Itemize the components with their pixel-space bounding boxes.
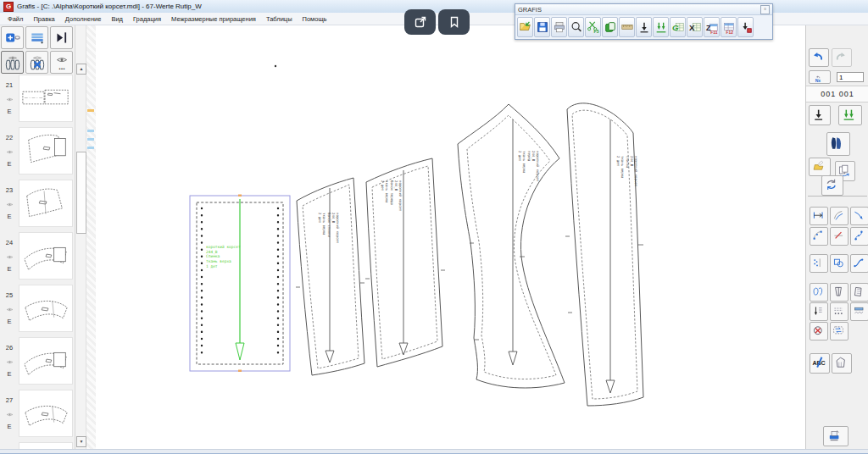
menu-6[interactable]: Межразмерные приращения — [166, 15, 261, 23]
pleat-panel-button[interactable] — [830, 283, 849, 302]
menu-2[interactable]: Правка — [28, 15, 59, 23]
piece-list-item-25[interactable]: 25 Е — [0, 284, 75, 333]
step-down-button[interactable] — [809, 105, 831, 125]
collapse-panel-button[interactable] — [50, 26, 73, 49]
toolbar-restore-icon[interactable]: ▫ — [760, 5, 770, 14]
insert-value-down-button[interactable] — [636, 17, 652, 37]
point-divide-button[interactable] — [810, 254, 828, 273]
open-file-button[interactable] — [517, 17, 533, 37]
counter-input[interactable] — [837, 72, 864, 82]
menu-8[interactable]: Помощь — [298, 15, 332, 23]
nx-counter-button[interactable]: Nx — [809, 70, 831, 84]
redo-button[interactable] — [832, 48, 852, 67]
minimap-marker — [87, 109, 94, 112]
eye-icon[interactable] — [6, 248, 14, 263]
z-f11-table-button[interactable]: ZF11 — [704, 17, 720, 37]
curve-nodes-button[interactable] — [850, 227, 868, 246]
strike-line-button[interactable] — [830, 227, 849, 246]
pattern-piece-front[interactable] — [458, 104, 565, 388]
selected-piece[interactable] — [190, 195, 290, 373]
piece-list-scrollbar[interactable]: ▲ ▼ — [75, 25, 86, 449]
piece-flag: Е — [7, 318, 11, 325]
more-options-button[interactable]: ... — [50, 51, 73, 74]
open-external-button[interactable] — [404, 9, 436, 35]
open-model-button[interactable] — [809, 158, 831, 176]
pattern-piece-side-back[interactable] — [296, 178, 364, 375]
cut-f5-button[interactable]: F5 — [585, 17, 601, 37]
shape-overlay-button[interactable] — [830, 254, 849, 273]
eye-icon[interactable] — [6, 301, 14, 316]
g-table-button[interactable]: G — [670, 17, 686, 37]
piece-thumbnail[interactable] — [19, 232, 73, 280]
zoom-icon — [570, 19, 583, 35]
eye-icon[interactable] — [6, 91, 14, 106]
floating-toolbar-titlebar[interactable]: GRAFIS ▫ — [515, 4, 772, 15]
eye-icon[interactable] — [6, 406, 14, 421]
piece-thumbnail[interactable] — [19, 127, 73, 174]
piece-list-item-22[interactable]: 22 Е — [0, 126, 75, 175]
menu-1[interactable]: Файл — [3, 15, 28, 23]
scrollbar-thumb[interactable] — [76, 152, 86, 234]
menu-5[interactable]: Градация — [128, 15, 166, 23]
s-curve-button[interactable] — [850, 254, 868, 273]
pattern-pieces-view-button[interactable] — [826, 132, 850, 156]
measure-ruler-button[interactable] — [619, 17, 635, 37]
piece-thumbnail[interactable] — [19, 390, 73, 437]
sync-button[interactable] — [821, 175, 843, 196]
pattern-piece-side-front[interactable] — [365, 158, 445, 367]
piece-thumbnail[interactable] — [19, 442, 73, 449]
print-list-button[interactable] — [25, 26, 48, 49]
insert-values-double-button[interactable] — [653, 17, 669, 37]
show-pieces-button[interactable] — [1, 51, 24, 74]
piece-thumbnail[interactable] — [19, 337, 73, 385]
eye-icon[interactable] — [6, 143, 14, 158]
save-button[interactable] — [534, 17, 550, 37]
undo-button[interactable] — [809, 48, 829, 67]
grafis-floating-toolbar[interactable]: GRAFIS ▫ F5GXZF11F12 — [515, 3, 773, 40]
piece-list-item-27[interactable]: 27 Е — [0, 389, 75, 438]
eye-icon[interactable] — [6, 196, 14, 211]
piece-thumbnail[interactable] — [19, 75, 73, 122]
drawing-canvas[interactable]: короткий корсет 244_В Спинка ткань верха… — [96, 25, 805, 449]
x-values-button[interactable]: X — [687, 17, 703, 37]
notch-arrow-button[interactable] — [810, 302, 828, 321]
print-button[interactable] — [551, 17, 567, 37]
zoom-button[interactable] — [568, 17, 584, 37]
step-down-double-button[interactable] — [838, 105, 862, 125]
piece-list-item-26[interactable]: 26 Е — [0, 336, 75, 385]
hide-pieces-button[interactable] — [25, 51, 48, 74]
piece-list-item-21[interactable]: 21 Е — [0, 74, 75, 123]
eye-icon[interactable] — [6, 353, 14, 368]
measure-distance-button[interactable] — [810, 207, 828, 225]
export-down-button[interactable] — [737, 17, 754, 37]
pattern-piece-back[interactable] — [565, 103, 643, 406]
dash-points-button[interactable] — [830, 302, 849, 321]
scroll-up-button[interactable]: ▲ — [76, 64, 86, 75]
panel-lines-button[interactable] — [850, 283, 868, 302]
piece-list-item-24[interactable]: 24 Е — [0, 231, 75, 280]
curve-arrow-button[interactable] — [850, 207, 868, 225]
grafis-window: G Grafis - [C: .\Alpha\Короткий корсет.m… — [0, 0, 868, 454]
parallel-curves-button[interactable] — [830, 207, 849, 225]
add-view-button[interactable] — [1, 26, 24, 49]
arc-points-button[interactable] — [810, 227, 828, 246]
f12-table-button[interactable]: F12 — [721, 17, 737, 37]
delete-circle-button[interactable] — [810, 322, 828, 340]
pattern-pieces-button[interactable] — [810, 283, 828, 302]
piece-flag: Е — [7, 213, 11, 220]
text-abc-button[interactable]: ABC — [810, 353, 830, 374]
menu-7[interactable]: Таблицы — [261, 15, 298, 23]
piece-thumbnail[interactable] — [19, 180, 73, 227]
pattern-house-button[interactable] — [832, 353, 852, 374]
plotter-button[interactable] — [823, 426, 849, 446]
menu-4[interactable]: Вид — [106, 15, 128, 23]
menu-3[interactable]: Дополнение — [60, 15, 107, 23]
scroll-down-button[interactable]: ▼ — [76, 436, 86, 447]
seam-arrows-button[interactable] — [830, 322, 849, 340]
piece-thumbnail[interactable] — [19, 285, 73, 332]
bookmark-button[interactable] — [438, 9, 470, 35]
copy-piece-button[interactable] — [602, 17, 618, 37]
piece-list-item-28[interactable]: 28 Е — [0, 441, 75, 449]
piece-list-item-23[interactable]: 23 Е — [0, 179, 75, 228]
seam-strip-button[interactable] — [850, 302, 868, 321]
